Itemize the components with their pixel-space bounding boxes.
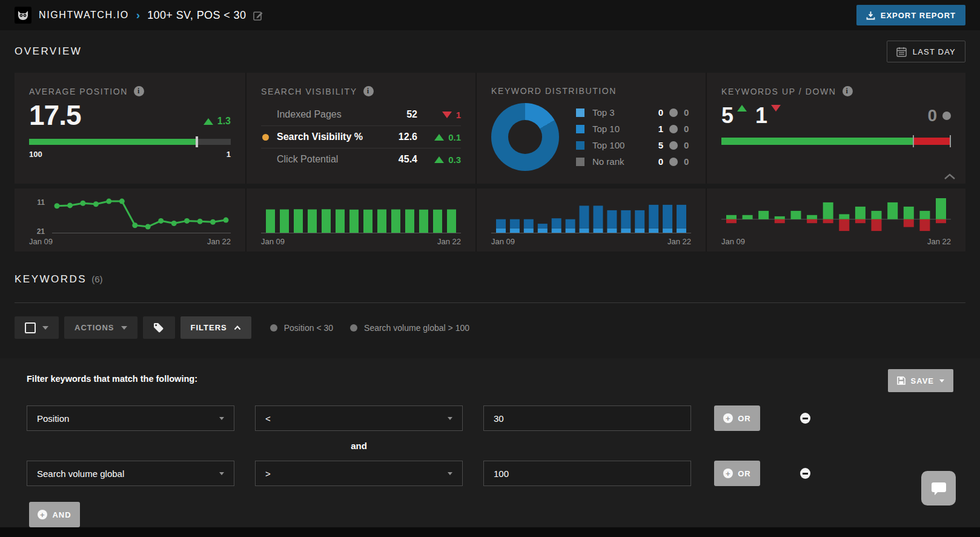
- add-and-condition-button[interactable]: + AND: [29, 502, 80, 527]
- filter-operator-value: <: [265, 413, 271, 424]
- card-average-position: AVERAGE POSITION i 17.5 1.3 100 1: [15, 73, 245, 184]
- or-button-label: OR: [738, 469, 751, 478]
- legend-row-top3[interactable]: Top 3 0 0: [576, 104, 691, 121]
- info-icon[interactable]: i: [134, 86, 144, 96]
- edit-view-icon[interactable]: [253, 10, 263, 21]
- legend-swatch: [576, 158, 584, 166]
- keywords-title-row: KEYWORDS (6): [15, 273, 965, 285]
- average-position-value-row: 17.5 1.3: [29, 101, 231, 129]
- filter-panel-heading: Filter keywords that match the following…: [27, 374, 197, 384]
- search-visibility-title: SEARCH VISIBILITY: [261, 87, 357, 96]
- tags-button[interactable]: [143, 316, 175, 339]
- y-axis-top-label: 11: [29, 198, 45, 207]
- download-icon: [866, 11, 875, 20]
- y-axis-bottom-label: 21: [29, 227, 45, 236]
- date-range-button[interactable]: LAST DAY: [887, 41, 965, 62]
- keywords-title: KEYWORDS: [15, 273, 87, 285]
- metric-value: 45.4: [382, 154, 417, 165]
- unchanged-dot-icon: [669, 108, 678, 117]
- average-position-delta-value: 1.3: [217, 116, 231, 127]
- overview-cards: AVERAGE POSITION i 17.5 1.3 100 1 SEARCH…: [15, 73, 965, 184]
- keyword-distribution-legend: Top 3 0 0 Top 10 1 0 Top 100 5: [576, 104, 691, 170]
- metric-label: Indexed Pages: [277, 109, 382, 120]
- plus-circle-icon: +: [723, 469, 733, 478]
- remove-condition-button[interactable]: [800, 413, 810, 424]
- filter-panel-header: Filter keywords that match the following…: [27, 374, 953, 392]
- overview-header: OVERVIEW LAST DAY: [0, 30, 980, 73]
- card-title-row: SEARCH VISIBILITY i: [261, 86, 461, 96]
- legend-label: Top 3: [592, 107, 654, 118]
- chat-widget-button[interactable]: [921, 471, 956, 505]
- metric-delta: 1: [417, 110, 461, 120]
- metric-label: Click Potential: [277, 154, 382, 165]
- scale-left-label: 100: [29, 150, 42, 159]
- up-bar-segment: [721, 138, 913, 145]
- select-all-checkbox[interactable]: [25, 322, 36, 333]
- spark-keywords-up-down: Jan 09 Jan 22: [706, 188, 965, 252]
- metric-row-indexed-pages[interactable]: Indexed Pages 52 1: [261, 104, 461, 125]
- filter-chip-position[interactable]: Position < 30: [270, 323, 333, 333]
- export-report-label: EXPORT REPORT: [881, 11, 956, 20]
- legend-row-top10[interactable]: Top 10 1 0: [576, 121, 691, 137]
- legend-row-top100[interactable]: Top 100 5 0: [576, 137, 691, 153]
- filter-chip-search-volume[interactable]: Search volume global > 100: [350, 323, 469, 333]
- metric-value: 12.6: [382, 132, 417, 142]
- triangle-up-icon: [737, 105, 747, 112]
- chip-dot-icon: [270, 324, 277, 332]
- filter-operator-select[interactable]: >: [255, 461, 463, 486]
- triangle-icon: [434, 156, 444, 163]
- average-position-bar-handle[interactable]: [196, 136, 198, 147]
- average-position-bar: [29, 139, 231, 145]
- metric-delta-value: 1: [456, 110, 461, 120]
- metric-delta: 0.1: [417, 132, 461, 142]
- info-icon[interactable]: i: [843, 86, 853, 96]
- metric-row-search-visibility[interactable]: Search Visibility % 12.6 0.1: [261, 125, 461, 148]
- save-filter-button[interactable]: SAVE: [888, 369, 953, 392]
- filter-value-input[interactable]: 30: [483, 405, 691, 431]
- select-all-button[interactable]: [15, 316, 59, 339]
- keywords-down-count: 1: [755, 105, 767, 127]
- export-report-button[interactable]: EXPORT REPORT: [856, 5, 965, 25]
- actions-label: ACTIONS: [74, 323, 114, 332]
- actions-button[interactable]: ACTIONS: [64, 316, 137, 339]
- keywords-up-count: 5: [721, 105, 733, 127]
- filter-operator-select[interactable]: <: [255, 405, 463, 431]
- keywords-unchanged: 0: [927, 106, 951, 125]
- brand-name[interactable]: NIGHTWATCH.IO: [39, 10, 129, 21]
- nightwatch-logo-icon[interactable]: [15, 7, 31, 24]
- add-or-condition-button[interactable]: + OR: [714, 405, 760, 431]
- spark-average-position: 11 21 Jan 09 Jan 22: [15, 188, 245, 252]
- keyword-distribution-title: KEYWORD DISTRIBUTION: [491, 86, 617, 96]
- filter-connector: and: [255, 441, 463, 451]
- filter-value-text: 30: [494, 413, 504, 424]
- plus-circle-icon: +: [723, 413, 733, 423]
- filter-value-input[interactable]: 100: [483, 461, 691, 486]
- metric-row-click-potential[interactable]: Click Potential 45.4 0.3: [261, 148, 461, 170]
- remove-condition-button[interactable]: [800, 468, 810, 479]
- info-icon[interactable]: i: [363, 86, 374, 96]
- legend-row-norank[interactable]: No rank 0 0: [576, 153, 691, 170]
- legend-swatch: [576, 141, 584, 150]
- unchanged-dot-icon: [669, 141, 678, 150]
- search-visibility-rows: Indexed Pages 52 1 Search Visibility % 1…: [261, 104, 461, 170]
- filter-field-select[interactable]: Search volume global: [27, 461, 234, 486]
- x-end-label: Jan 22: [667, 237, 691, 246]
- keywords-up-down-bar: [721, 138, 951, 145]
- legend-count: 1: [654, 124, 663, 134]
- x-end-label: Jan 22: [927, 237, 951, 246]
- filter-chip-label: Search volume global > 100: [364, 323, 469, 333]
- spark-plot: 11 21: [52, 196, 231, 233]
- metric-delta-value: 0.1: [448, 132, 461, 142]
- average-position-value: 17.5: [29, 101, 81, 129]
- unchanged-dot-icon: [669, 158, 678, 166]
- average-position-title: AVERAGE POSITION: [29, 87, 128, 96]
- filters-button[interactable]: FILTERS: [180, 316, 251, 339]
- overview-sparklines: 11 21 Jan 09 Jan 22 Jan 09 Jan 22 Jan 09…: [15, 188, 965, 252]
- filter-field-select[interactable]: Position: [27, 405, 234, 431]
- card-search-visibility: SEARCH VISIBILITY i Indexed Pages 52 1 S…: [245, 73, 475, 184]
- or-button-label: OR: [738, 414, 751, 423]
- add-or-condition-button[interactable]: + OR: [714, 461, 760, 486]
- collapse-overview-chevron-icon[interactable]: [944, 173, 956, 180]
- bar-tick: [913, 135, 914, 147]
- footer-strip: [0, 527, 980, 537]
